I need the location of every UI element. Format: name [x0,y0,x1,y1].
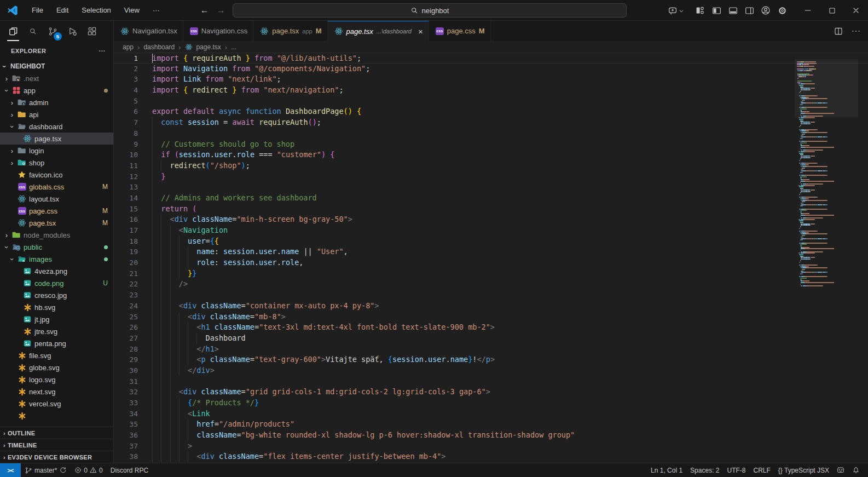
status-crlf[interactable]: CRLF [749,463,774,477]
settings-button[interactable] [774,6,790,15]
tree-item-page-tsx[interactable]: page.tsx [0,133,113,145]
minimize-button[interactable] [796,0,820,21]
minimap[interactable] [797,61,856,286]
tab-navigation-css[interactable]: css Navigation.css [183,21,254,41]
tree-item-partial[interactable] [0,410,113,422]
activity-search[interactable] [23,21,43,41]
panel-right-button[interactable] [741,6,757,15]
code-line: 4import { redirect } from "next/navigati… [114,85,868,96]
panel-left-button[interactable] [708,6,725,15]
git-branch[interactable]: master* [21,463,71,477]
status-{}-typescript-jsx[interactable]: {} TypeScript JSX [774,463,833,477]
chevron-icon: › [2,74,11,83]
tree-item-file-svg[interactable]: file.svg [0,349,113,361]
code-editor[interactable]: 1import { requireAuth } from "@/lib/auth… [114,53,868,463]
tree-item-next-svg[interactable]: next.svg [0,386,113,398]
code-line: 9 // Customers should go to shop [114,139,868,150]
tree-item-code-png[interactable]: code.pngU [0,277,113,289]
tree-item-hb-svg[interactable]: hb.svg [0,301,113,313]
code-line: 21 }} [114,268,868,279]
line-number: 17 [114,225,138,236]
activity-extensions[interactable] [82,21,102,41]
tree-item-images[interactable]: › images [0,253,113,265]
tab-page-tsx[interactable]: page.tsx ...\dashboard × [328,21,429,41]
tab-page-tsx[interactable]: page.tsx app M [253,21,327,41]
tree-item-vercel-svg[interactable]: vercel.svg [0,398,113,410]
activity-source-control[interactable]: 5 [43,21,62,41]
tree-item-page-tsx[interactable]: page.tsxM [0,217,113,229]
code-line: 31 [114,376,868,387]
tree-item-favicon-ico[interactable]: favicon.ico [0,169,113,181]
tree-item-penta-png[interactable]: penta.png [0,337,113,349]
tree-item-node-modules[interactable]: › node_modules [0,229,113,241]
command-center-search[interactable]: neighbot [233,3,627,18]
breadcrumb-item[interactable]: ... [231,43,236,51]
bell-button[interactable] [848,463,864,477]
warning-count: 0 [99,467,103,474]
menu-edit[interactable]: Edit [51,4,74,16]
close-tab-icon[interactable]: × [418,27,423,36]
tab-label: page.tsx [272,27,299,35]
line-number: 11 [114,160,138,171]
status-discord-rpc[interactable]: Discord RPC [107,463,152,477]
status-spaces-2[interactable]: Spaces: 2 [686,463,723,477]
panel-bottom-button[interactable] [725,6,741,15]
remote-indicator[interactable]: >< [0,463,21,477]
tree-item-globals-css[interactable]: css globals.cssM [0,181,113,193]
status-ln-1-col-1[interactable]: Ln 1, Col 1 [647,463,686,477]
tree-item-admin[interactable]: › admin [0,96,113,108]
menu-view[interactable]: View [119,4,145,16]
menu-selection[interactable]: Selection [76,4,116,16]
tree-item-dashboard[interactable]: › dashboard [0,120,113,133]
tree-item-label: dashboard [29,123,62,131]
section-ev3dev-device-browser[interactable]: ›EV3DEV DEVICE BROWSER [0,451,113,463]
tree-item-jtre-svg[interactable]: jtre.svg [0,325,113,337]
tree-item-public[interactable]: › public [0,241,113,253]
tree-item-layout-tsx[interactable]: layout.tsx [0,193,113,205]
breadcrumb-item[interactable]: page.tsx [184,43,221,51]
feedback-button[interactable] [833,463,848,477]
tree-item-login[interactable]: › login [0,145,113,157]
code-line: 19 name: session.user.name || "User", [114,246,868,257]
close-window-button[interactable] [844,0,868,21]
tree-item-4veza-png[interactable]: 4veza.png [0,265,113,277]
split-editor-button[interactable] [834,27,843,36]
account-button[interactable] [757,5,774,15]
chevron-icon: › [3,86,11,95]
tree-item-jt-jpg[interactable]: jt.jpg [0,313,113,325]
section-timeline[interactable]: ›TIMELINE [0,439,113,451]
status-utf-8[interactable]: UTF-8 [723,463,749,477]
tree-root[interactable]: › NEIGHBOT [0,60,113,72]
tree-item-page-css[interactable]: css page.cssM [0,205,113,217]
tree-item-api[interactable]: › api [0,108,113,120]
editor-more-button[interactable] [852,27,860,36]
maximize-button[interactable] [820,0,844,21]
menu-overflow[interactable]: ··· [147,4,165,16]
line-number: 31 [114,376,138,387]
forward-button[interactable]: → [217,5,225,15]
breadcrumb-item[interactable]: app [123,43,134,51]
tree-item-globe-svg[interactable]: globe.svg [0,361,113,373]
tab-page-css[interactable]: css page.css M [429,21,491,41]
tree-item-cresco-jpg[interactable]: cresco.jpg [0,289,113,301]
modified-dot [104,255,108,263]
section-outline[interactable]: ›OUTLINE [0,427,113,439]
activity-run-debug[interactable] [62,21,82,41]
tree-item--next[interactable]: ›N .next [0,72,113,84]
tree-item-logo-svg[interactable]: logo.svg [0,373,113,386]
code-line: 8 [114,128,868,139]
tree-item-app[interactable]: › app [0,84,113,96]
code-line: 13 [114,182,868,193]
explorer-more-button[interactable]: ··· [99,48,106,54]
activity-explorer[interactable] [3,21,23,41]
breadcrumb-item[interactable]: dashboard [143,43,175,51]
menu-file[interactable]: File [26,4,49,16]
titlebar: FileEditSelectionView··· ← → neighbot [0,0,868,21]
copilot-button[interactable] [668,6,684,15]
layout-customize-button[interactable] [692,6,708,15]
tab-navigation-tsx[interactable]: Navigation.tsx [114,21,183,41]
back-button[interactable]: ← [200,5,209,15]
problems[interactable]: 00 [71,463,106,477]
tree-item-shop[interactable]: › shop [0,157,113,169]
code-line: 36 className="bg-white rounded-xl shadow… [114,430,868,441]
